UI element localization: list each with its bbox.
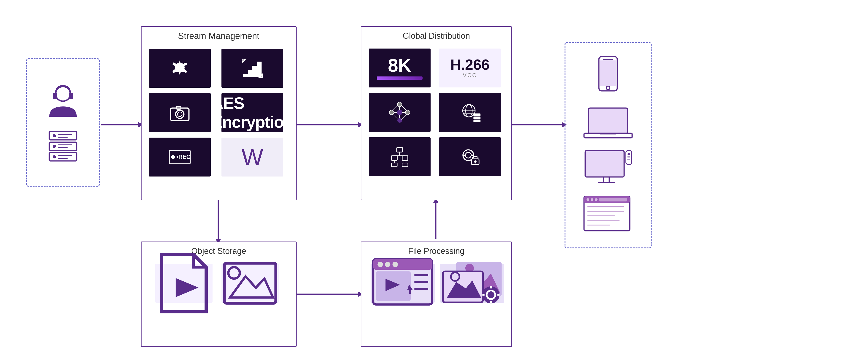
svg-marker-32 (242, 59, 246, 63)
svg-point-86 (385, 262, 390, 267)
svg-rect-13 (53, 93, 57, 99)
svg-point-44 (397, 102, 402, 107)
layout-wrapper: Stream Management (22, 12, 846, 352)
stream-icon-grid: AES Encryption •REC W (142, 43, 296, 184)
video-file-tile (155, 264, 213, 303)
object-storage-panel: Object Storage (141, 241, 297, 347)
svg-rect-28 (243, 74, 248, 77)
cdn-icon (459, 102, 482, 123)
h266-tile: H.266 VCC (439, 48, 501, 88)
svg-point-45 (397, 118, 402, 123)
h266-sub: VCC (463, 72, 477, 78)
global-icon-grid: 8K H.266 VCC (362, 43, 511, 184)
svg-rect-128 (599, 198, 627, 201)
aes-label: AES Encryption (212, 94, 293, 131)
svg-point-85 (377, 262, 383, 267)
svg-marker-81 (230, 276, 273, 298)
svg-line-53 (401, 114, 406, 120)
laptop-icon (583, 105, 633, 141)
file-processing-panel: File Processing (361, 241, 512, 347)
cdn-tile (439, 93, 501, 132)
svg-rect-111 (589, 109, 627, 133)
diagram-container: Stream Management (0, 0, 868, 364)
screenshot-tile (149, 93, 211, 132)
aes-tile: AES Encryption (221, 93, 283, 132)
svg-point-87 (393, 262, 398, 267)
settings-icon (168, 58, 191, 78)
svg-point-108 (606, 86, 610, 90)
svg-rect-59 (473, 113, 480, 116)
watermark-tile: W (221, 138, 283, 176)
svg-marker-79 (176, 278, 198, 297)
secure-link-tile (439, 137, 501, 176)
h266-label: H.266 (451, 58, 490, 72)
p2p-icon (388, 102, 411, 123)
watermark-label: W (242, 144, 263, 170)
svg-point-100 (482, 287, 499, 304)
image-file-icon (221, 255, 279, 312)
tv-device (583, 147, 633, 189)
global-distribution-title: Global Distribution (362, 27, 511, 43)
image-process-icon (440, 256, 504, 310)
svg-point-35 (176, 110, 184, 118)
operator-icon (45, 81, 81, 118)
svg-line-51 (401, 105, 406, 110)
svg-point-24 (53, 155, 56, 158)
svg-rect-60 (473, 117, 480, 119)
svg-rect-30 (252, 66, 257, 77)
tv-icon (583, 147, 633, 189)
distribution-tree-tile (369, 137, 431, 176)
screenshot-icon (168, 102, 191, 123)
svg-rect-62 (397, 148, 402, 152)
object-icon-grid (142, 258, 296, 310)
svg-point-73 (465, 152, 471, 158)
svg-rect-64 (392, 156, 397, 161)
laptop-device (583, 105, 633, 141)
mobile-device (594, 56, 622, 99)
image-process-tile (440, 264, 504, 303)
svg-point-117 (627, 153, 630, 155)
8k-label: 8K (388, 56, 411, 75)
source-box (26, 58, 100, 187)
settings-tile (149, 49, 211, 88)
mobile-icon (594, 56, 622, 99)
svg-point-43 (405, 110, 410, 115)
svg-point-125 (587, 198, 589, 201)
svg-point-36 (178, 112, 182, 117)
svg-point-39 (171, 155, 175, 159)
svg-rect-71 (402, 163, 408, 167)
browser-device (583, 194, 633, 235)
svg-point-42 (389, 110, 394, 115)
video-edit-icon (371, 256, 435, 310)
svg-rect-119 (627, 159, 630, 160)
svg-rect-118 (627, 156, 630, 158)
scale-tile (221, 49, 283, 88)
svg-point-20 (53, 145, 56, 148)
svg-rect-31 (257, 62, 261, 77)
video-edit-tile (371, 264, 435, 303)
file-processing-title: File Processing (362, 242, 511, 258)
global-distribution-panel: Global Distribution 8K H.266 VCC (361, 26, 512, 200)
svg-point-41 (397, 110, 402, 115)
stream-management-title: Stream Management (142, 27, 296, 43)
video-file-icon (155, 252, 213, 315)
svg-rect-65 (402, 156, 408, 161)
source-section (26, 58, 100, 187)
svg-point-82 (228, 267, 240, 278)
destination-box (564, 42, 652, 249)
svg-rect-115 (586, 151, 623, 176)
file-icon-grid (362, 258, 511, 310)
svg-point-16 (53, 134, 56, 137)
rec-tile: •REC (149, 138, 211, 176)
image-file-tile (221, 264, 279, 303)
scale-icon (241, 58, 264, 78)
svg-rect-113 (600, 133, 616, 135)
rec-icon: •REC (168, 147, 191, 167)
server-icon (45, 127, 81, 164)
browser-icon (583, 194, 633, 235)
svg-line-52 (393, 114, 398, 120)
secure-link-icon (459, 146, 482, 167)
svg-point-12 (56, 87, 70, 101)
svg-point-127 (595, 198, 597, 201)
svg-rect-14 (69, 93, 73, 99)
